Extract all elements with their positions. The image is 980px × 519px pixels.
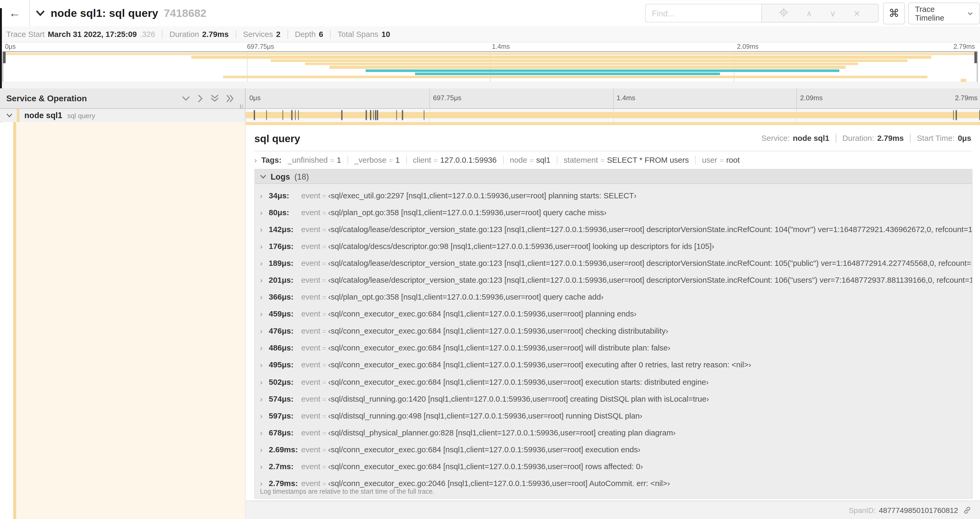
summary-value: 6 [319, 30, 323, 38]
spanid-footer: SpanID: 4877749850101760812 [245, 501, 980, 519]
log-marker[interactable] [366, 110, 367, 120]
log-marker[interactable] [295, 110, 296, 120]
service-operation-title: Service & Operation [0, 94, 182, 103]
log-field-equals: = [322, 446, 326, 454]
log-timestamp: 486μs: [269, 343, 301, 352]
summary-label: Services [243, 30, 273, 38]
log-timestamp: 2.69ms: [269, 446, 301, 454]
log-message: ‹sql/conn_executor_exec.go:684 [nsql1,cl… [328, 462, 643, 471]
log-marker[interactable] [396, 110, 397, 120]
log-marker[interactable] [254, 110, 255, 120]
log-field-key: event [301, 225, 320, 234]
log-row[interactable]: › 476μs: event = ‹sql/conn_executor_exec… [255, 323, 972, 340]
log-field-key: event [301, 462, 321, 471]
minimap-span-bar [271, 59, 908, 62]
find-input[interactable] [645, 4, 762, 22]
log-row[interactable]: › 574μs: event = ‹sql/distsql_running.go… [255, 391, 972, 407]
log-message: ‹sql/conn_executor_exec.go:684 [nsql1,cl… [328, 310, 637, 319]
keyboard-shortcuts-button[interactable]: ⌘ [883, 2, 905, 24]
log-row[interactable]: › 678μs: event = ‹sql/distsql_physical_p… [255, 424, 972, 441]
summary-value: March 31 2022, 17:25:09 [48, 30, 137, 38]
tag-equals: = [434, 156, 438, 164]
log-marker[interactable] [291, 110, 293, 120]
log-marker[interactable] [266, 110, 267, 120]
gridline [613, 88, 613, 109]
log-marker[interactable] [375, 110, 377, 120]
log-row[interactable]: › 201μs: event = ‹sql/catalog/lease/desc… [255, 272, 972, 289]
locate-icon[interactable] [780, 8, 788, 18]
log-field-equals: = [322, 463, 326, 471]
log-row[interactable]: › 176μs: event = ‹sql/catalog/descs/desc… [255, 238, 972, 255]
log-field-key: event [301, 394, 321, 403]
logs-section-toggle[interactable]: Logs (18) [255, 169, 972, 184]
log-row[interactable]: › 459μs: event = ‹sql/conn_executor_exec… [255, 306, 972, 323]
link-icon[interactable] [963, 506, 971, 514]
log-message: ‹sql/catalog/descs/descriptor.go:98 [nsq… [328, 242, 714, 251]
log-field-key: event [301, 446, 321, 454]
log-row[interactable]: › 34μs: event = ‹sql/exec_util.go:2297 [… [255, 187, 972, 204]
minimap-left-handle[interactable] [3, 52, 6, 63]
tag-value: SELECT * FROM users [607, 156, 689, 164]
span-service-name: node sql1 [24, 111, 62, 120]
detail-meta-item: Duration: 2.79ms [836, 134, 904, 143]
summary-item: Duration 2.79ms [162, 30, 229, 38]
minimap-span-bar [415, 72, 720, 75]
tag-value: 127.0.0.1:59936 [440, 156, 496, 164]
log-message: ‹sql/distsql_running.go:498 [nsql1,clien… [328, 412, 642, 420]
log-row[interactable]: › 142μs: event = ‹sql/catalog/lease/desc… [255, 221, 972, 238]
summary-item: Trace Start March 31 2022, 17:25:09 .326 [6, 30, 155, 38]
trace-view-label: Trace Timeline [915, 5, 964, 22]
tag-item: node = sql1 [503, 156, 550, 164]
log-marker[interactable] [373, 110, 374, 120]
log-row[interactable]: › 189μs: event = ‹sql/catalog/lease/desc… [255, 255, 972, 271]
summary-item: Depth 6 [287, 30, 323, 38]
span-collapse-icon[interactable] [6, 113, 13, 118]
log-message: ‹sql/plan_opt.go:358 [nsql1,client=127.0… [328, 293, 603, 302]
log-row[interactable]: › 486μs: event = ‹sql/conn_executor_exec… [255, 340, 972, 356]
find-prev-icon[interactable]: ∧ [806, 9, 812, 17]
collapse-all-icon[interactable] [211, 94, 219, 102]
tick-label: 2.09ms [737, 43, 759, 50]
log-marker[interactable] [956, 110, 957, 120]
log-field-key: event [301, 479, 321, 488]
tick-label: 2.79ms [953, 43, 975, 50]
expand-all-icon[interactable] [226, 94, 234, 102]
summary-label: Duration [169, 30, 199, 38]
log-field-equals: = [322, 226, 326, 233]
expand-one-icon[interactable] [197, 94, 203, 102]
log-timestamp: 678μs: [269, 428, 301, 437]
log-row[interactable]: › 495μs: event = ‹sql/conn_executor_exec… [255, 356, 972, 374]
log-row[interactable]: › 366μs: event = ‹sql/plan_opt.go:358 [n… [255, 289, 972, 306]
log-marker[interactable] [402, 110, 403, 120]
chevron-right-icon: › [260, 378, 269, 386]
minimap-right-handle[interactable] [974, 52, 977, 63]
log-row[interactable]: › 80μs: event = ‹sql/plan_opt.go:358 [ns… [255, 204, 972, 221]
log-marker[interactable] [423, 110, 425, 120]
log-row[interactable]: › 502μs: event = ‹sql/conn_executor_exec… [255, 374, 972, 390]
log-row[interactable]: › 597μs: event = ‹sql/distsql_running.go… [255, 407, 972, 424]
log-row[interactable]: › 2.7ms: event = ‹sql/conn_executor_exec… [255, 458, 972, 475]
log-row[interactable]: › 2.69ms: event = ‹sql/conn_executor_exe… [255, 441, 972, 458]
tag-key: _verbose [354, 156, 387, 164]
log-marker[interactable] [371, 110, 371, 120]
back-button[interactable]: ← [0, 0, 30, 26]
log-marker[interactable] [341, 110, 342, 120]
collapse-one-icon[interactable] [182, 96, 190, 101]
tags-section-toggle[interactable]: › Tags: _unfinished = 1 _verbose = 1 [255, 153, 971, 168]
trace-view-dropdown[interactable]: Trace Timeline [908, 2, 980, 24]
log-field-key: event [301, 208, 321, 217]
log-marker[interactable] [282, 110, 283, 120]
detail-meta-value: 0μs [958, 134, 971, 143]
span-row-name-cell[interactable]: node sql1 sql query [0, 109, 245, 122]
log-message: ‹sql/catalog/lease/descriptor_version_st… [328, 259, 972, 268]
summary-item: Services 2 [235, 30, 280, 38]
log-marker[interactable] [953, 110, 954, 120]
minimap-canvas[interactable] [2, 51, 977, 83]
trace-collapse-icon[interactable] [35, 10, 45, 16]
find-clear-icon[interactable]: ✕ [854, 9, 861, 17]
log-marker[interactable] [298, 110, 299, 120]
log-marker[interactable] [377, 110, 378, 120]
span-row: node sql1 sql query [0, 109, 980, 122]
tick-label: 2.09ms [800, 94, 823, 101]
find-next-icon[interactable]: ∨ [830, 9, 836, 17]
